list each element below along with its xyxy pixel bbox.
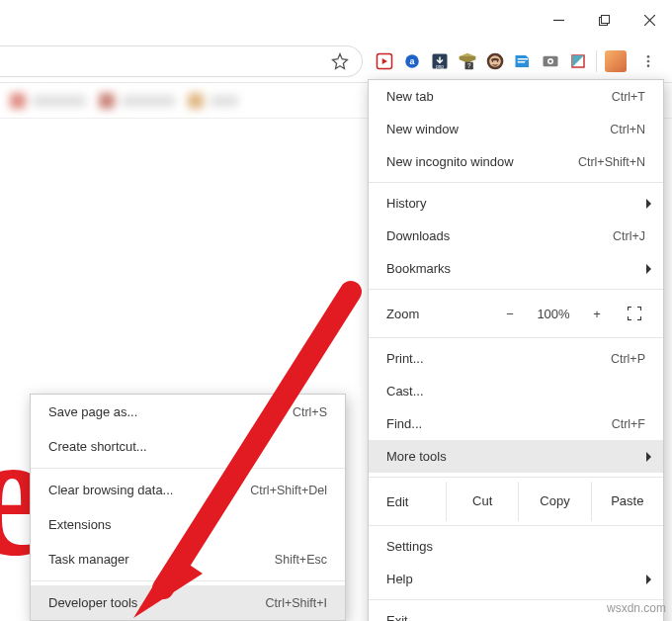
extension-icon-8[interactable]: [568, 51, 588, 71]
zoom-in-button[interactable]: +: [578, 299, 616, 328]
menu-item-edit: Edit Cut Copy Paste: [369, 482, 663, 521]
submenu-item-clear-data[interactable]: Clear browsing data...Ctrl+Shift+Del: [31, 473, 345, 507]
menu-item-cast[interactable]: Cast...: [369, 375, 663, 407]
shortcut: Ctrl+Shift+Del: [250, 484, 327, 497]
label: Downloads: [386, 228, 450, 243]
label: More tools: [386, 449, 447, 464]
paste-button[interactable]: Paste: [591, 482, 663, 521]
svg-text:png: png: [436, 63, 444, 68]
shortcut: Ctrl+N: [610, 123, 645, 136]
extension-icon-7[interactable]: [541, 51, 560, 71]
svg-rect-16: [518, 58, 529, 60]
submenu-item-developer-tools[interactable]: Developer toolsCtrl+Shift+I: [31, 585, 345, 620]
svg-point-14: [492, 60, 494, 62]
menu-separator: [369, 525, 663, 526]
fullscreen-button[interactable]: [616, 299, 653, 328]
label: Settings: [386, 539, 433, 554]
menu-item-settings[interactable]: Settings: [369, 530, 663, 563]
minimize-button[interactable]: [536, 0, 581, 40]
shortcut: Ctrl+J: [613, 229, 645, 243]
bookmark-item[interactable]: [10, 93, 87, 109]
shortcut: Ctrl+T: [612, 90, 645, 104]
toolbar-divider: [596, 50, 597, 72]
extension-icon-6[interactable]: [513, 51, 533, 71]
menu-separator: [31, 580, 345, 581]
menu-item-new-window[interactable]: New windowCtrl+N: [369, 113, 663, 145]
svg-text:?: ?: [467, 61, 471, 68]
svg-point-20: [549, 59, 552, 62]
profile-avatar[interactable]: [605, 50, 627, 72]
zoom-out-button[interactable]: −: [491, 299, 529, 328]
label: Exit: [386, 613, 408, 621]
menu-item-downloads[interactable]: DownloadsCtrl+J: [369, 220, 663, 252]
bookmark-item[interactable]: [188, 93, 239, 109]
shortcut: Ctrl+Shift+N: [578, 155, 645, 169]
label: New tab: [386, 89, 434, 104]
extension-icon-1[interactable]: [375, 51, 394, 71]
extension-icon-5[interactable]: [485, 51, 505, 71]
menu-item-print[interactable]: Print...Ctrl+P: [369, 342, 663, 375]
label: Task manager: [48, 552, 129, 567]
menu-button[interactable]: [634, 47, 662, 75]
svg-point-15: [497, 60, 499, 62]
watermark: wsxdn.com: [607, 601, 666, 615]
chevron-right-icon: [645, 452, 653, 462]
label: Find...: [386, 416, 422, 431]
chevron-right-icon: [645, 199, 653, 209]
bookmark-item[interactable]: [99, 93, 176, 109]
menu-item-history[interactable]: History: [369, 187, 663, 220]
window-titlebar: [0, 0, 672, 40]
shortcut: Ctrl+F: [612, 417, 645, 431]
submenu-item-task-manager[interactable]: Task managerShift+Esc: [31, 542, 345, 577]
menu-separator: [369, 289, 663, 290]
svg-point-22: [647, 59, 650, 62]
menu-item-new-incognito[interactable]: New incognito windowCtrl+Shift+N: [369, 145, 663, 178]
edit-label: Edit: [386, 494, 446, 509]
menu-item-more-tools[interactable]: More tools: [369, 440, 663, 473]
label: Print...: [386, 351, 424, 366]
shortcut: Ctrl+S: [293, 405, 327, 419]
label: New incognito window: [386, 154, 514, 169]
extension-icon-3[interactable]: png: [430, 51, 450, 71]
menu-item-zoom: Zoom − 100% +: [369, 294, 663, 333]
menu-separator: [31, 468, 345, 469]
menu-item-bookmarks[interactable]: Bookmarks: [369, 252, 663, 285]
star-icon[interactable]: [330, 51, 350, 71]
svg-point-23: [647, 64, 650, 67]
submenu-item-save-page[interactable]: Save page as...Ctrl+S: [31, 395, 345, 429]
menu-separator: [369, 599, 663, 600]
label: Bookmarks: [386, 261, 451, 276]
copy-button[interactable]: Copy: [518, 482, 590, 521]
extension-icon-2[interactable]: a: [402, 51, 422, 71]
menu-separator: [369, 337, 663, 338]
browser-toolbar: a png ?: [0, 40, 672, 83]
chevron-right-icon: [645, 575, 653, 584]
menu-separator: [369, 477, 663, 478]
label: Save page as...: [48, 404, 137, 419]
label: Cast...: [386, 384, 424, 399]
submenu-item-extensions[interactable]: Extensions: [31, 507, 345, 542]
label: Help: [386, 572, 413, 586]
zoom-label: Zoom: [386, 307, 419, 321]
address-bar[interactable]: [0, 45, 363, 77]
label: Developer tools: [48, 595, 137, 610]
close-button[interactable]: [627, 0, 672, 40]
menu-item-help[interactable]: Help: [369, 563, 663, 595]
submenu-item-create-shortcut[interactable]: Create shortcut...: [31, 429, 345, 464]
extension-icon-4[interactable]: ?: [458, 51, 477, 71]
menu-item-new-tab[interactable]: New tabCtrl+T: [369, 80, 663, 113]
label: Clear browsing data...: [48, 483, 173, 497]
svg-rect-17: [518, 61, 526, 63]
shortcut: Shift+Esc: [275, 553, 327, 567]
label: Create shortcut...: [48, 439, 147, 454]
label: History: [386, 196, 426, 211]
shortcut: Ctrl+P: [611, 352, 645, 366]
menu-item-find[interactable]: Find...Ctrl+F: [369, 407, 663, 440]
maximize-button[interactable]: [581, 0, 627, 40]
zoom-value: 100%: [529, 299, 578, 328]
label: Extensions: [48, 517, 112, 532]
svg-rect-2: [601, 15, 609, 23]
label: New window: [386, 122, 459, 136]
chrome-main-menu: New tabCtrl+T New windowCtrl+N New incog…: [368, 79, 664, 621]
cut-button[interactable]: Cut: [446, 482, 518, 521]
